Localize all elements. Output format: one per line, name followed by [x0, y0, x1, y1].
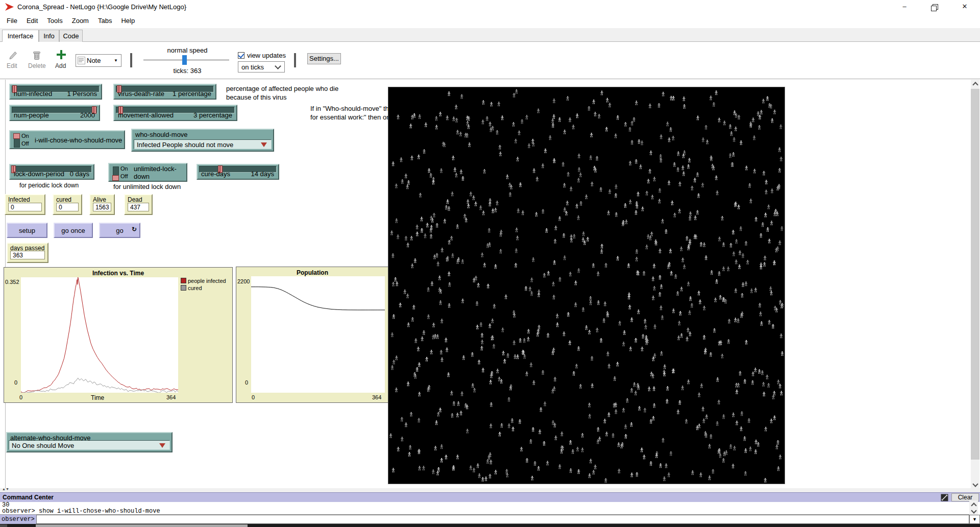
switch-off-label: Off — [120, 173, 128, 180]
edit-pencil-icon[interactable] — [9, 51, 17, 61]
view-updates-label: view updates — [247, 52, 286, 59]
chooser-value: No One should Move — [12, 442, 74, 449]
add-plus-icon[interactable] — [56, 50, 66, 60]
delete-tool-label[interactable]: Delete — [28, 62, 46, 69]
y-axis-max-label: 0.352 — [5, 279, 19, 285]
go-forever-button[interactable]: go ↻ — [99, 223, 140, 238]
tab-info[interactable]: Info — [39, 30, 59, 42]
restore-button[interactable] — [920, 0, 949, 13]
netlogo-logo-icon — [5, 3, 14, 11]
slider-lock-down-period[interactable]: lock-down-period 0 days — [9, 164, 94, 180]
chooser-who-should-move[interactable]: who-should-move Infected People should n… — [131, 129, 274, 152]
monitor-value: 1563 — [93, 203, 111, 211]
delete-trash-icon[interactable] — [33, 51, 41, 61]
update-mode-value: on ticks — [241, 63, 264, 71]
expand-icon[interactable] — [941, 494, 948, 501]
taskbar-segment-light — [36, 524, 248, 527]
slider-virus-death-rate[interactable]: virus-death-rate 1 percentage — [113, 84, 216, 100]
setup-button[interactable]: setup — [7, 223, 47, 238]
slider-value: 2000 — [80, 111, 95, 119]
monitor-dead: Dead 437 — [124, 194, 153, 215]
legend-swatch-infected — [181, 278, 186, 283]
view-updates-checkbox[interactable] — [238, 52, 244, 59]
note-line: because of this virus — [226, 93, 338, 102]
tab-interface[interactable]: Interface — [2, 30, 39, 42]
menu-edit[interactable]: Edit — [22, 13, 42, 28]
plot-population: Population 2200 0 0 364 — [236, 267, 389, 403]
slider-cure-days[interactable]: cure-days 14 days — [197, 164, 279, 180]
context-dropdown-button[interactable]: ▼ — [969, 515, 980, 524]
add-tool-label[interactable]: Add — [55, 62, 66, 69]
death-rate-note: percentage of affected people who die be… — [226, 84, 338, 102]
slider-name: virus-death-rate — [118, 90, 164, 98]
tab-bar: Interface Info Code — [0, 28, 980, 42]
close-button[interactable]: ✕ — [950, 0, 979, 13]
world-canvas — [388, 87, 785, 484]
menu-file[interactable]: File — [2, 13, 22, 28]
slider-name: num-infected — [14, 90, 52, 98]
switch-on-label: On — [120, 165, 128, 173]
menu-tools[interactable]: Tools — [42, 13, 67, 28]
slider-num-infected[interactable]: num-infected 1 Persons — [9, 84, 102, 100]
slider-value: 1 percentage — [173, 90, 211, 98]
scroll-up-button[interactable] — [971, 80, 979, 88]
checkbox-check-icon — [238, 52, 244, 58]
widget-type-dropdown[interactable]: Note ▼ — [76, 54, 121, 67]
speed-slider-handle[interactable] — [182, 55, 187, 65]
monitor-label: Alive — [93, 196, 106, 203]
slider-value: 14 days — [251, 170, 274, 178]
tab-code[interactable]: Code — [59, 30, 83, 42]
infection-plot-canvas — [21, 277, 178, 393]
toolbar-separator-2 — [294, 53, 296, 67]
button-label: setup — [19, 227, 35, 234]
switch-onoff-labels: On Off — [21, 132, 29, 148]
settings-button[interactable]: Settings... — [307, 53, 341, 64]
chooser-alternate-who-should-move[interactable]: alternate-who-should-move No One should … — [6, 432, 173, 452]
menu-help[interactable]: Help — [116, 13, 139, 28]
plot-title: Infection vs. Time — [4, 270, 232, 277]
y-axis-min-label: 0 — [14, 379, 17, 386]
minimize-button[interactable]: – — [890, 0, 919, 13]
menu-zoom[interactable]: Zoom — [67, 13, 93, 28]
monitor-value: 437 — [128, 203, 149, 211]
output-scrollbar[interactable] — [969, 502, 978, 515]
divider-resize-icons[interactable]: ▲▼ — [2, 487, 9, 491]
chooser-value-box[interactable]: No One should Move — [9, 440, 170, 450]
slider-value: 1 Persons — [67, 90, 97, 98]
command-input[interactable] — [36, 515, 969, 524]
switch-unlimited-lock-down[interactable]: On Off unlimited-lock-down — [108, 163, 187, 182]
slider-movement-allowed[interactable]: movement-allowed 3 percentage — [113, 105, 237, 121]
switch-off-label: Off — [21, 140, 29, 148]
switch-handle[interactable] — [13, 133, 20, 139]
x-axis-min-label: 0 — [19, 394, 22, 400]
slider-num-people[interactable]: num-people 2000 — [9, 105, 100, 121]
menu-tabs[interactable]: Tabs — [93, 13, 116, 28]
switch-on-label: On — [21, 132, 29, 140]
widget-type-value: Note — [87, 57, 101, 64]
slider-value: 3 percentage — [193, 111, 232, 119]
switch-i-will-chose-who-should-move[interactable]: On Off i-will-chose-who-should-move — [9, 130, 125, 149]
command-center-divider[interactable]: ▲▼ — [0, 488, 980, 492]
observer-prompt-label[interactable]: observer> — [0, 515, 36, 524]
command-center-header: Command Center Clear — [0, 492, 980, 502]
switch-track[interactable] — [113, 166, 119, 180]
chooser-name: who-should-move — [135, 131, 188, 138]
plot-infection-vs-time: Infection vs. Time 0.352 0 0 Time 364 pe… — [4, 267, 233, 403]
x-axis-max-label: 364 — [166, 394, 176, 400]
unlimited-lockdown-caption: for unlimited lock down — [113, 183, 181, 190]
edit-tool-label[interactable]: Edit — [7, 62, 17, 69]
chooser-value-box[interactable]: Infected People should not move — [134, 139, 272, 149]
command-center-title: Command Center — [3, 494, 54, 501]
go-once-button[interactable]: go once — [54, 223, 93, 238]
population-plot-canvas — [251, 276, 385, 393]
chooser-arrow-icon — [261, 142, 267, 147]
switch-track[interactable] — [14, 134, 20, 148]
monitor-cured: cured 0 — [53, 194, 82, 215]
update-mode-dropdown[interactable]: on ticks — [238, 61, 285, 73]
chevron-down-icon — [972, 481, 978, 487]
restore-icon-back — [931, 6, 937, 11]
interface-scrollbar[interactable] — [971, 80, 979, 489]
chevron-down-icon — [971, 508, 976, 513]
switch-handle[interactable] — [112, 175, 119, 181]
scrollbar-thumb[interactable] — [971, 89, 979, 460]
